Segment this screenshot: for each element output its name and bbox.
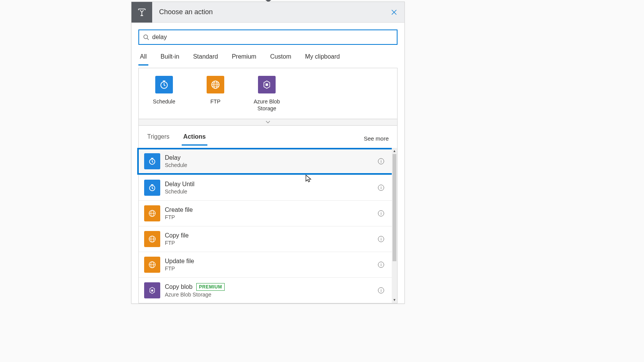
connector-label: Azure Blob Storage	[249, 98, 284, 112]
svg-point-1	[144, 35, 148, 39]
action-list: Delay Schedule i Delay Until Schedule i	[139, 148, 397, 303]
scroll-up-icon[interactable]: ▲	[393, 148, 396, 154]
action-title: Copy file	[165, 232, 378, 239]
tab-actions[interactable]: Actions	[182, 131, 207, 146]
search-input[interactable]	[152, 34, 393, 41]
scrollbar-thumb[interactable]	[393, 154, 396, 261]
tab-premium[interactable]: Premium	[230, 49, 258, 66]
expand-connectors-button[interactable]	[138, 119, 398, 126]
sub-tabs: Triggers Actions See more	[139, 126, 397, 146]
azure-blob-icon	[144, 282, 160, 298]
close-button[interactable]	[384, 2, 404, 23]
connector-label: FTP	[210, 98, 220, 105]
action-header-icon	[131, 2, 152, 23]
category-tabs: All Built-in Standard Premium Custom My …	[131, 49, 404, 66]
ftp-icon	[144, 205, 160, 221]
action-title: Delay	[165, 154, 378, 161]
action-text: Update file FTP	[165, 258, 378, 272]
tab-standard[interactable]: Standard	[192, 49, 220, 66]
action-item-copy-file[interactable]: Copy file FTP i	[139, 226, 392, 252]
action-item-create-file[interactable]: Create file FTP i	[139, 200, 392, 226]
connector-schedule[interactable]: Schedule	[146, 76, 182, 112]
action-subtitle: FTP	[165, 214, 378, 220]
choose-action-panel: Choose an action All Built-in Standard P…	[131, 2, 405, 304]
schedule-icon	[155, 76, 173, 93]
panel-title: Choose an action	[152, 8, 384, 16]
schedule-icon	[144, 153, 160, 169]
tab-built-in[interactable]: Built-in	[159, 49, 181, 66]
scroll-down-icon[interactable]: ▼	[393, 297, 396, 303]
action-item-delay[interactable]: Delay Schedule i	[137, 148, 393, 175]
action-subtitle: Schedule	[165, 188, 378, 195]
tab-my-clipboard[interactable]: My clipboard	[304, 49, 342, 66]
action-text: Copy blob PREMIUM Azure Blob Storage	[165, 283, 378, 298]
action-text: Create file FTP	[165, 206, 378, 220]
see-more-link[interactable]: See more	[364, 135, 390, 142]
schedule-icon	[144, 180, 160, 196]
action-subtitle: FTP	[165, 240, 378, 246]
tab-triggers[interactable]: Triggers	[146, 131, 171, 146]
search-icon	[143, 34, 149, 40]
info-icon[interactable]: i	[378, 236, 384, 242]
action-title: Create file	[165, 206, 378, 213]
search-container	[131, 23, 404, 49]
chevron-down-icon	[266, 121, 270, 124]
search-box[interactable]	[138, 29, 398, 45]
connector-ftp[interactable]: FTP	[198, 76, 233, 112]
info-icon[interactable]: i	[378, 185, 384, 191]
action-subtitle: Azure Blob Storage	[165, 292, 378, 298]
connector-label: Schedule	[153, 98, 175, 105]
action-title: Copy blob	[165, 283, 192, 290]
info-icon[interactable]: i	[378, 287, 384, 293]
scrollbar[interactable]: ▲ ▼	[392, 148, 397, 303]
connectors-box: Schedule FTP Azure Blob Storage	[138, 68, 398, 119]
info-icon[interactable]: i	[378, 210, 384, 216]
action-item-update-file[interactable]: Update file FTP i	[139, 252, 392, 277]
action-text: Copy file FTP	[165, 232, 378, 246]
tab-all[interactable]: All	[138, 49, 148, 66]
ftp-icon	[144, 231, 160, 247]
action-item-delay-until[interactable]: Delay Until Schedule i	[139, 175, 392, 200]
results-container: Triggers Actions See more Delay Schedule…	[138, 126, 398, 303]
action-subtitle: Schedule	[165, 162, 378, 168]
action-item-copy-blob[interactable]: Copy blob PREMIUM Azure Blob Storage i	[139, 277, 392, 303]
azure-blob-icon	[258, 76, 276, 93]
info-icon[interactable]: i	[378, 158, 384, 164]
action-title: Update file	[165, 258, 378, 265]
action-subtitle: FTP	[165, 265, 378, 272]
info-icon[interactable]: i	[378, 262, 384, 268]
panel-header: Choose an action	[131, 2, 404, 23]
svg-rect-0	[141, 15, 143, 16]
action-text: Delay Schedule	[165, 154, 378, 168]
connector-azure-blob[interactable]: Azure Blob Storage	[249, 76, 284, 112]
action-title: Delay Until	[165, 181, 378, 188]
ftp-icon	[144, 257, 160, 273]
premium-badge: PREMIUM	[196, 283, 225, 291]
tab-custom[interactable]: Custom	[269, 49, 293, 66]
svg-rect-5	[266, 84, 268, 86]
ftp-icon	[207, 76, 224, 93]
action-text: Delay Until Schedule	[165, 181, 378, 195]
svg-rect-14	[151, 290, 153, 292]
